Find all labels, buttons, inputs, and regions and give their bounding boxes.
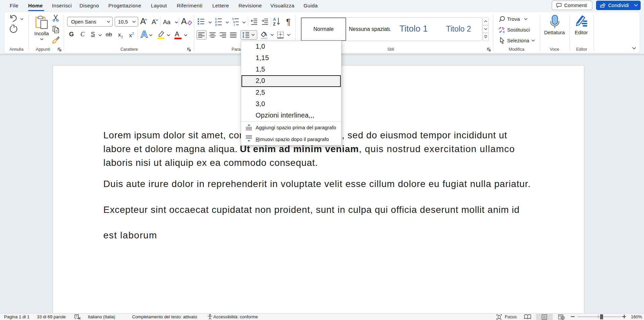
svg-text:A: A — [273, 17, 276, 22]
svg-text:c: c — [503, 30, 505, 33]
svg-text:3: 3 — [215, 23, 217, 26]
svg-text:Z: Z — [273, 22, 275, 26]
svg-text:i: i — [234, 23, 235, 26]
